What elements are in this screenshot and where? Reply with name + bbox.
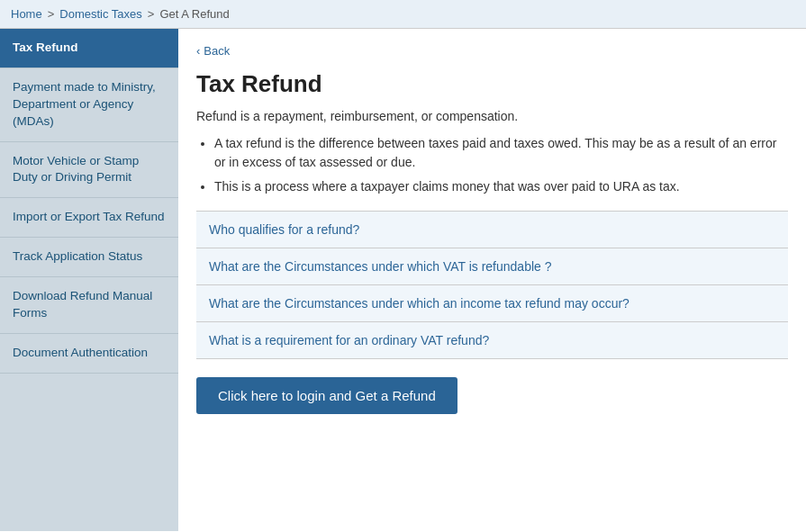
sidebar-item-tax-refund[interactable]: Tax Refund — [0, 29, 178, 68]
sidebar-item-import-export[interactable]: Import or Export Tax Refund — [0, 198, 178, 238]
back-link[interactable]: ‹ Back — [196, 44, 230, 58]
page-title: Tax Refund — [196, 70, 788, 98]
login-button[interactable]: Click here to login and Get a Refund — [196, 377, 457, 414]
accordion-item-vat-refundable[interactable]: What are the Circumstances under which V… — [196, 248, 788, 285]
accordion-item-ordinary-vat[interactable]: What is a requirement for an ordinary VA… — [196, 322, 788, 359]
description: Refund is a repayment, reimbursement, or… — [196, 109, 788, 123]
bullet-item-1: This is a process where a taxpayer claim… — [214, 177, 788, 196]
sidebar-item-download-forms[interactable]: Download Refund Manual Forms — [0, 277, 178, 334]
back-chevron-icon: ‹ — [196, 44, 200, 58]
breadcrumb-current: Get A Refund — [159, 7, 229, 21]
breadcrumb-domestic-taxes[interactable]: Domestic Taxes — [59, 7, 142, 21]
back-label: Back — [204, 44, 230, 58]
main-layout: Tax RefundPayment made to Ministry, Depa… — [0, 29, 806, 531]
breadcrumb-sep2: > — [148, 7, 155, 21]
breadcrumb-home[interactable]: Home — [11, 7, 42, 21]
sidebar-item-track-application[interactable]: Track Application Status — [0, 238, 178, 277]
sidebar-item-payment-mda[interactable]: Payment made to Ministry, Department or … — [0, 68, 178, 142]
main-content: ‹ Back Tax Refund Refund is a repayment,… — [178, 29, 806, 531]
sidebar-item-document-auth[interactable]: Document Authentication — [0, 334, 178, 374]
accordion-item-who-qualifies[interactable]: Who qualifies for a refund? — [196, 212, 788, 248]
sidebar-item-motor-vehicle[interactable]: Motor Vehicle or Stamp Duty or Driving P… — [0, 142, 178, 199]
accordion-item-income-tax-refund[interactable]: What are the Circumstances under which a… — [196, 285, 788, 322]
bullet-item-0: A tax refund is the difference between t… — [214, 134, 788, 172]
breadcrumb-sep1: > — [48, 7, 55, 21]
accordion: Who qualifies for a refund?What are the … — [196, 211, 788, 359]
sidebar: Tax RefundPayment made to Ministry, Depa… — [0, 29, 178, 531]
breadcrumb: Home > Domestic Taxes > Get A Refund — [0, 0, 806, 29]
login-btn-container: Click here to login and Get a Refund — [196, 377, 788, 414]
bullet-list: A tax refund is the difference between t… — [214, 134, 788, 196]
